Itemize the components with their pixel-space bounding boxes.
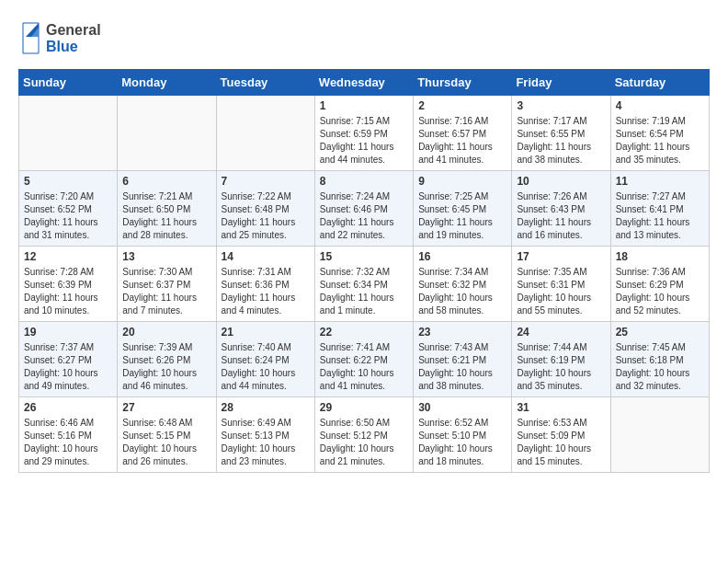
cell-content: Sunrise: 7:27 AM Sunset: 6:41 PM Dayligh… (616, 190, 704, 242)
calendar-cell: 27 Sunrise: 6:48 AM Sunset: 5:15 PM Dayl… (118, 397, 216, 473)
sunrise-text: Sunrise: 7:43 AM (418, 342, 488, 352)
calendar-table: SundayMondayTuesdayWednesdayThursdayFrid… (18, 69, 710, 473)
cell-content: Sunrise: 6:46 AM Sunset: 5:16 PM Dayligh… (24, 417, 112, 468)
daylight-text: Daylight: 11 hours and 35 minutes. (616, 142, 690, 165)
daylight-text: Daylight: 10 hours and 46 minutes. (122, 368, 197, 391)
sunset-text: Sunset: 6:55 PM (517, 129, 585, 139)
daylight-text: Daylight: 10 hours and 15 minutes. (517, 443, 591, 466)
day-number: 4 (616, 99, 704, 112)
calendar-cell: 23 Sunrise: 7:43 AM Sunset: 6:21 PM Dayl… (414, 322, 512, 397)
sunrise-text: Sunrise: 6:46 AM (24, 418, 94, 428)
calendar-cell: 13 Sunrise: 7:30 AM Sunset: 6:37 PM Dayl… (118, 247, 216, 322)
cell-content: Sunrise: 7:34 AM Sunset: 6:32 PM Dayligh… (418, 266, 506, 317)
calendar-cell: 17 Sunrise: 7:35 AM Sunset: 6:31 PM Dayl… (512, 247, 610, 322)
calendar-cell: 25 Sunrise: 7:45 AM Sunset: 6:18 PM Dayl… (610, 322, 709, 397)
cell-content: Sunrise: 7:35 AM Sunset: 6:31 PM Dayligh… (517, 266, 605, 317)
daylight-text: Daylight: 10 hours and 18 minutes. (418, 443, 493, 466)
calendar-cell: 3 Sunrise: 7:17 AM Sunset: 6:55 PM Dayli… (512, 96, 610, 171)
day-number: 12 (24, 250, 112, 263)
cell-content: Sunrise: 6:48 AM Sunset: 5:15 PM Dayligh… (122, 417, 210, 468)
daylight-text: Daylight: 10 hours and 29 minutes. (24, 443, 98, 466)
cell-content: Sunrise: 7:17 AM Sunset: 6:55 PM Dayligh… (517, 115, 605, 167)
cell-content: Sunrise: 7:25 AM Sunset: 6:45 PM Dayligh… (418, 190, 506, 242)
sunset-text: Sunset: 5:16 PM (24, 431, 92, 441)
svg-text:Blue: Blue (46, 39, 78, 54)
sunrise-text: Sunrise: 7:35 AM (517, 267, 586, 277)
daylight-text: Daylight: 10 hours and 44 minutes. (222, 368, 296, 391)
day-number: 26 (24, 401, 112, 414)
sunrise-text: Sunrise: 7:27 AM (616, 191, 686, 201)
sunrise-text: Sunrise: 7:16 AM (418, 116, 488, 126)
calendar-cell: 18 Sunrise: 7:36 AM Sunset: 6:29 PM Dayl… (610, 247, 709, 322)
day-number: 21 (222, 326, 310, 339)
sunrise-text: Sunrise: 7:28 AM (24, 267, 94, 277)
sunrise-text: Sunrise: 7:22 AM (222, 191, 291, 201)
day-number: 8 (320, 175, 408, 188)
calendar-cell (118, 96, 216, 171)
calendar-cell: 19 Sunrise: 7:37 AM Sunset: 6:27 PM Dayl… (19, 322, 118, 397)
calendar-cell: 16 Sunrise: 7:34 AM Sunset: 6:32 PM Dayl… (414, 247, 512, 322)
daylight-text: Daylight: 11 hours and 41 minutes. (418, 142, 493, 165)
day-number: 13 (122, 250, 210, 263)
cell-content: Sunrise: 6:49 AM Sunset: 5:13 PM Dayligh… (222, 417, 310, 468)
sunrise-text: Sunrise: 7:44 AM (517, 342, 586, 352)
sunset-text: Sunset: 6:54 PM (616, 129, 684, 139)
sunrise-text: Sunrise: 7:19 AM (616, 116, 686, 126)
daylight-text: Daylight: 10 hours and 21 minutes. (320, 443, 394, 466)
weekday-header-tuesday: Tuesday (216, 70, 314, 96)
sunset-text: Sunset: 5:15 PM (122, 431, 190, 441)
daylight-text: Daylight: 10 hours and 23 minutes. (222, 443, 296, 466)
cell-content: Sunrise: 7:19 AM Sunset: 6:54 PM Dayligh… (616, 115, 704, 167)
daylight-text: Daylight: 10 hours and 38 minutes. (418, 368, 493, 391)
day-number: 19 (24, 326, 112, 339)
sunset-text: Sunset: 6:19 PM (517, 355, 585, 365)
sunset-text: Sunset: 6:57 PM (418, 129, 486, 139)
calendar-cell: 2 Sunrise: 7:16 AM Sunset: 6:57 PM Dayli… (414, 96, 512, 171)
sunset-text: Sunset: 6:29 PM (616, 280, 684, 290)
cell-content: Sunrise: 7:30 AM Sunset: 6:37 PM Dayligh… (122, 266, 210, 317)
calendar-cell: 5 Sunrise: 7:20 AM Sunset: 6:52 PM Dayli… (19, 171, 118, 247)
sunset-text: Sunset: 6:18 PM (616, 355, 684, 365)
daylight-text: Daylight: 10 hours and 55 minutes. (517, 293, 591, 316)
cell-content: Sunrise: 6:50 AM Sunset: 5:12 PM Dayligh… (320, 417, 408, 468)
day-number: 9 (418, 175, 506, 188)
sunset-text: Sunset: 6:48 PM (222, 204, 290, 214)
daylight-text: Daylight: 10 hours and 41 minutes. (320, 368, 394, 391)
calendar-cell: 26 Sunrise: 6:46 AM Sunset: 5:16 PM Dayl… (19, 397, 118, 473)
cell-content: Sunrise: 7:26 AM Sunset: 6:43 PM Dayligh… (517, 190, 605, 242)
daylight-text: Daylight: 11 hours and 25 minutes. (222, 217, 296, 240)
cell-content: Sunrise: 7:40 AM Sunset: 6:24 PM Dayligh… (222, 341, 310, 393)
sunrise-text: Sunrise: 6:49 AM (222, 418, 291, 428)
calendar-cell: 12 Sunrise: 7:28 AM Sunset: 6:39 PM Dayl… (19, 247, 118, 322)
sunset-text: Sunset: 6:59 PM (320, 129, 388, 139)
daylight-text: Daylight: 11 hours and 38 minutes. (517, 142, 591, 165)
sunset-text: Sunset: 6:32 PM (418, 280, 486, 290)
calendar-week-row: 12 Sunrise: 7:28 AM Sunset: 6:39 PM Dayl… (19, 247, 710, 322)
sunrise-text: Sunrise: 7:31 AM (222, 267, 291, 277)
sunrise-text: Sunrise: 6:48 AM (122, 418, 192, 428)
daylight-text: Daylight: 10 hours and 32 minutes. (616, 368, 690, 391)
sunset-text: Sunset: 6:46 PM (320, 204, 388, 214)
sunrise-text: Sunrise: 7:34 AM (418, 267, 488, 277)
cell-content: Sunrise: 7:39 AM Sunset: 6:26 PM Dayligh… (122, 341, 210, 393)
sunset-text: Sunset: 5:09 PM (517, 431, 585, 441)
day-number: 10 (517, 175, 605, 188)
calendar-cell: 29 Sunrise: 6:50 AM Sunset: 5:12 PM Dayl… (314, 397, 413, 473)
weekday-header-saturday: Saturday (610, 70, 709, 96)
day-number: 15 (320, 250, 408, 263)
calendar-cell: 1 Sunrise: 7:15 AM Sunset: 6:59 PM Dayli… (314, 96, 413, 171)
cell-content: Sunrise: 7:21 AM Sunset: 6:50 PM Dayligh… (122, 190, 210, 242)
daylight-text: Daylight: 11 hours and 19 minutes. (418, 217, 493, 240)
calendar-cell: 7 Sunrise: 7:22 AM Sunset: 6:48 PM Dayli… (216, 171, 314, 247)
sunset-text: Sunset: 5:13 PM (222, 431, 290, 441)
calendar-week-row: 1 Sunrise: 7:15 AM Sunset: 6:59 PM Dayli… (19, 96, 710, 171)
calendar-cell: 30 Sunrise: 6:52 AM Sunset: 5:10 PM Dayl… (414, 397, 512, 473)
daylight-text: Daylight: 11 hours and 4 minutes. (222, 293, 296, 316)
weekday-header-wednesday: Wednesday (314, 70, 413, 96)
sunset-text: Sunset: 6:36 PM (222, 280, 290, 290)
calendar-cell: 24 Sunrise: 7:44 AM Sunset: 6:19 PM Dayl… (512, 322, 610, 397)
day-number: 5 (24, 175, 112, 188)
calendar-cell: 9 Sunrise: 7:25 AM Sunset: 6:45 PM Dayli… (414, 171, 512, 247)
daylight-text: Daylight: 11 hours and 1 minute. (320, 293, 394, 316)
weekday-header-monday: Monday (118, 70, 216, 96)
